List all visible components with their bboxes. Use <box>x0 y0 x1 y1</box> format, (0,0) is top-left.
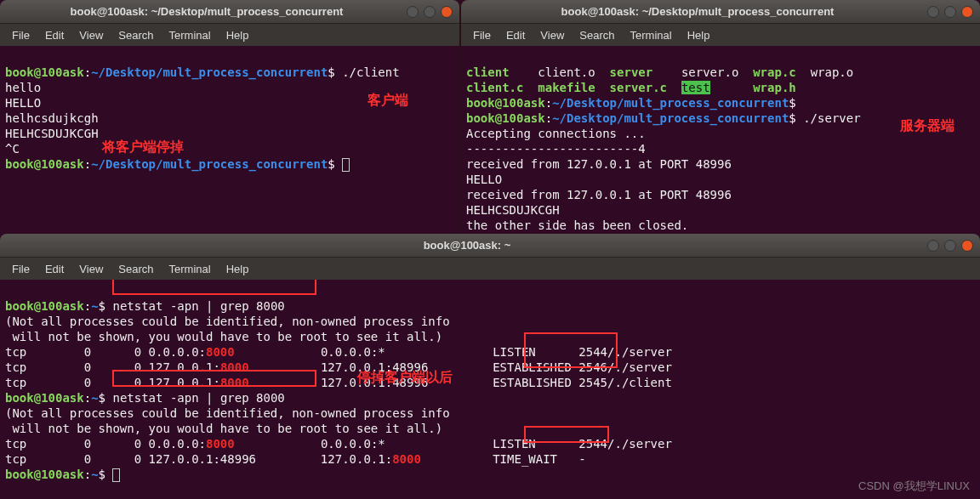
menu-view[interactable]: View <box>72 27 110 43</box>
terminal-body[interactable]: book@100ask:~/Desktop/mult_process_concu… <box>0 46 459 234</box>
menu-edit[interactable]: Edit <box>499 27 532 43</box>
menubar: File Edit View Search Terminal Help <box>0 24 459 46</box>
menu-search[interactable]: Search <box>111 261 160 277</box>
menu-search[interactable]: Search <box>573 27 621 43</box>
menubar: File Edit View Search Terminal Help <box>461 24 980 46</box>
output-line: received from 127.0.0.1 at PORT 48996 <box>466 188 732 201</box>
output-line: the other side has been closed. <box>466 218 688 232</box>
window-title: book@100ask: ~/Desktop/mult_process_conc… <box>7 5 407 18</box>
menu-help[interactable]: Help <box>681 27 717 43</box>
titlebar[interactable]: book@100ask: ~/Desktop/mult_process_conc… <box>0 0 459 24</box>
menu-view[interactable]: View <box>533 27 571 43</box>
command: ./client <box>342 65 399 79</box>
cursor-icon <box>112 468 120 482</box>
maximize-icon[interactable] <box>424 6 436 18</box>
maximize-icon[interactable] <box>944 240 956 252</box>
output-line: helhcsdujkcgh <box>5 111 99 125</box>
minimize-icon[interactable] <box>927 240 939 252</box>
ls-file: client <box>466 65 510 79</box>
output-line: HELLO <box>466 173 502 186</box>
output-line: (Not all processes could be identified, … <box>5 406 450 420</box>
menu-help[interactable]: Help <box>219 261 256 277</box>
prompt-path: ~/Desktop/mult_process_concurrent <box>91 65 328 79</box>
menu-terminal[interactable]: Terminal <box>162 27 218 43</box>
titlebar[interactable]: book@100ask: ~ <box>0 234 980 258</box>
menu-file[interactable]: File <box>466 27 498 43</box>
menu-file[interactable]: File <box>5 261 37 277</box>
close-icon[interactable] <box>441 6 453 18</box>
close-icon[interactable] <box>961 240 973 252</box>
output-line: ^C <box>5 142 20 156</box>
menu-terminal[interactable]: Terminal <box>624 27 679 43</box>
menubar: File Edit View Search Terminal Help <box>0 258 980 280</box>
close-icon[interactable] <box>961 6 973 18</box>
output-line: HELLO <box>5 96 41 110</box>
prompt-user: book@100ask <box>5 65 84 79</box>
output-line: will not be shown, you would have to be … <box>5 330 442 343</box>
command: ./server <box>803 111 860 125</box>
watermark: CSDN @我想学LINUX <box>858 479 970 494</box>
output-line: ------------------------4 <box>466 142 646 156</box>
menu-file[interactable]: File <box>5 27 37 43</box>
terminal-window-client: book@100ask: ~/Desktop/mult_process_conc… <box>0 0 459 234</box>
annotation-stop: 将客户端停掉 <box>102 139 184 155</box>
window-title: book@100ask: ~/Desktop/mult_process_conc… <box>468 5 927 18</box>
window-title: book@100ask: ~ <box>7 239 927 252</box>
output-line: hello <box>5 81 41 94</box>
terminal-window-server: book@100ask: ~/Desktop/mult_process_conc… <box>461 0 980 234</box>
minimize-icon[interactable] <box>407 6 419 18</box>
output-line: Accepting connections ... <box>466 127 646 140</box>
maximize-icon[interactable] <box>944 6 956 18</box>
minimize-icon[interactable] <box>927 6 939 18</box>
menu-edit[interactable]: Edit <box>38 261 71 277</box>
command: netstat -apn | grep 8000 <box>112 391 284 405</box>
command: netstat -apn | grep 8000 <box>112 299 284 313</box>
menu-edit[interactable]: Edit <box>38 27 71 43</box>
titlebar[interactable]: book@100ask: ~/Desktop/mult_process_conc… <box>461 0 980 24</box>
output-line: received from 127.0.0.1 at PORT 48996 <box>466 157 732 171</box>
output-line: HELHCSDUJKCGH <box>5 127 99 140</box>
menu-view[interactable]: View <box>72 261 110 277</box>
menu-help[interactable]: Help <box>219 27 256 43</box>
terminal-body[interactable]: book@100ask:~$ netstat -apn | grep 8000 … <box>0 280 980 499</box>
terminal-body[interactable]: client client.o server server.o wrap.c w… <box>461 46 980 234</box>
annotation-client: 客户端 <box>368 93 408 108</box>
output-line: HELHCSDUJKCGH <box>466 203 560 217</box>
output-line: will not be shown, you would have to be … <box>5 422 442 435</box>
cursor-icon <box>342 158 350 172</box>
highlight-box <box>112 280 316 295</box>
annotation-server: 服务器端 <box>900 118 954 133</box>
menu-terminal[interactable]: Terminal <box>162 261 218 277</box>
menu-search[interactable]: Search <box>111 27 160 43</box>
output-line: tcp 0 0 0.0.0.0: <box>5 345 206 359</box>
output-line: (Not all processes could be identified, … <box>5 315 450 328</box>
terminal-window-netstat: book@100ask: ~ File Edit View Search Ter… <box>0 234 980 499</box>
